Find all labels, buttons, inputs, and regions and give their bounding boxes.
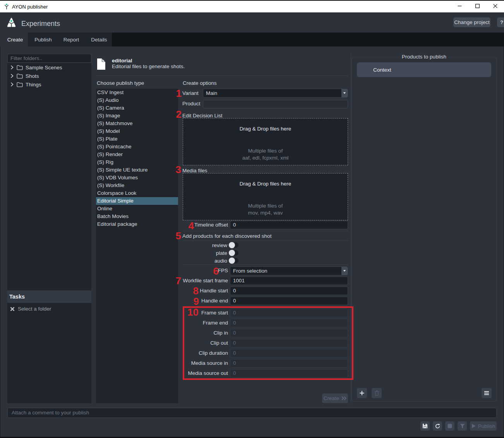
context-title: Experiments <box>21 20 60 28</box>
stop-button[interactable] <box>445 421 454 431</box>
folder-row[interactable]: Sample Scenes <box>7 63 91 72</box>
tab-publish[interactable]: Publish <box>28 33 56 46</box>
annotation-number-9: 9 <box>194 296 199 306</box>
plus-icon <box>359 390 365 396</box>
review-label: review <box>183 241 227 250</box>
toggle-knob <box>229 258 235 264</box>
comment-input[interactable]: Attach a comment to your publish <box>7 408 497 418</box>
publish-type-csv-ingest[interactable]: CSV Ingest <box>96 89 178 96</box>
product-label: Product <box>182 100 201 108</box>
separator <box>183 231 348 231</box>
minimize-icon <box>458 4 462 8</box>
validate-filter-button[interactable] <box>458 421 467 431</box>
publish-type--s-audio[interactable]: (S) Audio <box>96 96 178 104</box>
folder-row[interactable]: Things <box>7 80 91 89</box>
maximize-button[interactable] <box>468 1 486 12</box>
minimize-button[interactable] <box>451 1 468 12</box>
folder-label: Sample Scenes <box>26 65 62 70</box>
workfile-start-frame-input[interactable]: 1001 <box>230 277 348 285</box>
chevron-right-icon[interactable] <box>10 74 14 78</box>
publish-type-online[interactable]: Online <box>96 205 178 213</box>
handle-end-input[interactable]: 0 <box>230 297 348 305</box>
tab-details[interactable]: Details <box>84 33 112 46</box>
publish-type--s-rig[interactable]: (S) Rig <box>96 158 178 166</box>
add-product-button[interactable] <box>357 388 367 398</box>
audio-toggle[interactable] <box>229 258 238 263</box>
media-dropzone[interactable]: Drag & Drop files hereMultiple files ofm… <box>183 173 348 220</box>
publish-type--s-pointcache[interactable]: (S) Pointcache <box>96 143 178 151</box>
help-button[interactable]: ? <box>497 17 504 27</box>
separator <box>183 265 348 265</box>
context-card[interactable]: Context <box>357 62 491 77</box>
publish-type-list[interactable]: CSV Ingest(S) Audio(S) Camera(S) Image(S… <box>96 89 178 403</box>
publish-type-batch-movies[interactable]: Batch Movies <box>96 213 178 220</box>
timeline-offset-input[interactable]: 0 <box>230 221 348 229</box>
fps-label: FPS <box>183 266 228 275</box>
variant-label: Variant <box>182 89 199 98</box>
combo-arrow-button[interactable] <box>341 267 348 275</box>
publish-type--s-vdb-volumes[interactable]: (S) VDB Volumes <box>96 174 178 182</box>
dropzone-filetypes: aaf, edl, fcpxml, xml <box>183 155 348 161</box>
close-button[interactable] <box>486 1 504 12</box>
dropzone-title: Drag & Drop files here <box>183 181 348 187</box>
chevron-down-icon <box>343 270 346 272</box>
refresh-icon <box>435 423 441 429</box>
publish-type--s-render[interactable]: (S) Render <box>96 151 178 158</box>
fps-combobox[interactable]: From selection <box>230 266 348 275</box>
window-title: AYON publisher <box>12 4 48 10</box>
funnel-icon <box>460 424 465 429</box>
folder-row[interactable]: Shots <box>7 72 91 80</box>
create-options-title: Create options <box>183 80 217 86</box>
create-button[interactable]: Create <box>322 393 348 403</box>
publish-type--s-model[interactable]: (S) Model <box>96 127 178 135</box>
change-project-button[interactable]: Change project <box>453 17 490 27</box>
product-input[interactable] <box>203 100 348 108</box>
delete-product-button[interactable] <box>372 388 382 398</box>
app-header: Experiments Change project ? <box>0 12 504 33</box>
publish-type--s-image[interactable]: (S) Image <box>96 112 178 120</box>
title-bar: AYON publisher <box>0 1 504 12</box>
products-to-publish-panel: Products to publish Context <box>351 57 497 402</box>
edl-dropzone[interactable]: Drag & Drop files hereMultiple files ofa… <box>183 118 348 165</box>
tasks-empty-label: Select a folder <box>18 306 51 312</box>
publish-type--s-workfile[interactable]: (S) Workfile <box>96 182 178 189</box>
dropzone-subtitle: Multiple files of <box>183 148 348 154</box>
add-products-label: Add products for each discovered shot <box>182 232 271 240</box>
filter-folders-input[interactable]: Filter folders.. <box>7 54 91 63</box>
publish-type--s-matchmove[interactable]: (S) Matchmove <box>96 120 178 127</box>
play-icon <box>471 424 476 428</box>
combo-arrow-button[interactable] <box>341 89 348 97</box>
stop-icon <box>447 424 452 428</box>
variant-combobox[interactable]: Main <box>203 89 348 98</box>
chevron-right-icon[interactable] <box>10 65 14 69</box>
annotation-number-10: 10 <box>187 307 199 317</box>
publish-type-list-title: Choose publish type <box>97 80 144 86</box>
publish-type--s-plate[interactable]: (S) Plate <box>96 135 178 143</box>
annotation-number-6: 6 <box>213 266 219 276</box>
creator-name: editorial <box>112 58 132 64</box>
tab-report[interactable]: Report <box>56 33 84 46</box>
annotation-number-7: 7 <box>176 276 181 286</box>
products-panel-title: Products to publish <box>352 53 496 60</box>
handle-start-input[interactable]: 0 <box>230 287 348 295</box>
plate-toggle[interactable] <box>229 250 238 256</box>
folder-tree[interactable]: Sample ScenesShotsThings <box>7 63 91 291</box>
review-toggle[interactable] <box>229 242 238 248</box>
chevron-right-icon[interactable] <box>10 82 14 86</box>
close-icon <box>493 4 497 8</box>
publish-type-colorspace-look[interactable]: Colorspace Look <box>96 189 178 197</box>
annotation-number-8: 8 <box>193 286 199 296</box>
tab-create[interactable]: Create <box>0 33 28 46</box>
publish-button[interactable]: Publish <box>470 421 497 431</box>
audio-label: audio <box>183 257 227 265</box>
publish-type--s-camera[interactable]: (S) Camera <box>96 104 178 112</box>
publish-type-editorial-simple[interactable]: Editorial Simple <box>96 197 178 205</box>
product-menu-button[interactable] <box>482 388 492 398</box>
refresh-button[interactable] <box>433 421 442 431</box>
handle-start-label: Handle start <box>183 287 228 295</box>
publish-type--s-simple-ue-texture[interactable]: (S) Simple UE texture <box>96 166 178 174</box>
publish-type-editorial-package[interactable]: Editorial package <box>96 220 178 228</box>
create-button-label: Create <box>324 395 339 401</box>
annotation-number-3: 3 <box>176 165 181 175</box>
save-button[interactable] <box>420 421 430 431</box>
